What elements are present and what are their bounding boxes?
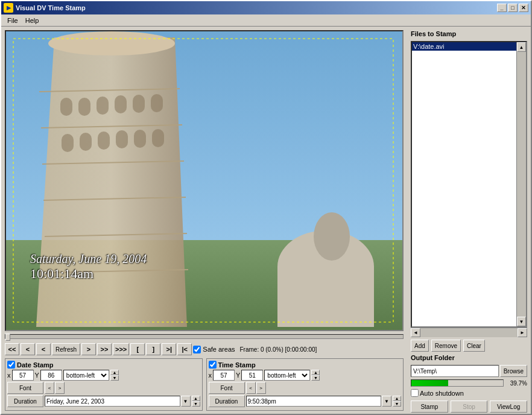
svg-point-23 (314, 212, 350, 261)
date-lr-buttons: < > (45, 382, 65, 394)
date-font-button[interactable]: Font (7, 382, 43, 394)
bottom-buttons-row: Stamp Stop ViewLog (411, 401, 527, 413)
time-x-label: x (209, 372, 212, 379)
svg-rect-16 (80, 133, 92, 151)
time-value-input[interactable] (246, 396, 382, 407)
time-dropdown-button[interactable]: ▼ (382, 396, 391, 407)
close-button[interactable]: ✕ (519, 4, 528, 12)
remove-button[interactable]: Remove (431, 340, 461, 352)
date-stamp-enable: Date Stamp (7, 361, 54, 369)
preview-area: Saturday, June 19, 2004 10:01:14am (5, 30, 404, 331)
time-position-select[interactable]: bottom-left bottom-right top-left top-ri… (264, 370, 310, 381)
time-duration-button[interactable]: Duration (209, 395, 245, 407)
date-right-button[interactable]: > (55, 382, 65, 394)
svg-marker-1 (36, 37, 187, 327)
list-item[interactable]: V:\date.avi (412, 42, 516, 51)
progress-row: 39.7% (411, 379, 527, 387)
timestamp-date: Saturday, June 19, 2004 (30, 252, 147, 266)
right-panel: Files to Stamp V:\date.avi ▲ ▼ ◄ (407, 27, 531, 415)
fast-forward-all-button[interactable]: >>> (113, 343, 129, 355)
date-stamp-panel: Date Stamp x Y bottom-left bottom-right … (5, 358, 203, 411)
svg-point-8 (48, 31, 175, 55)
time-spin-down[interactable]: ▼ (311, 375, 320, 381)
time-stamp-checkbox[interactable] (209, 361, 217, 369)
step-back-button[interactable]: < (36, 343, 51, 355)
files-panel-label: Files to Stamp (411, 30, 527, 37)
date-stamp-checkbox[interactable] (7, 361, 15, 369)
menu-file[interactable]: File (4, 16, 22, 25)
fast-forward-button[interactable]: >> (97, 343, 112, 355)
date-duration-button[interactable]: Duration (7, 395, 43, 407)
date-stamp-title: Date Stamp (17, 361, 54, 369)
date-duration-down[interactable]: ▼ (192, 401, 200, 407)
svg-rect-15 (62, 134, 74, 152)
date-value-input[interactable] (45, 396, 180, 407)
safe-areas-label: Safe areas (193, 346, 235, 353)
add-button[interactable]: Add (411, 340, 429, 352)
progress-fill (411, 380, 448, 386)
date-left-button[interactable]: < (45, 382, 54, 394)
time-y-label: Y (236, 372, 240, 379)
scroll-up-button[interactable]: ▲ (517, 42, 526, 52)
time-duration-down[interactable]: ▼ (393, 401, 401, 407)
goto-in-button[interactable]: |< (177, 343, 192, 355)
step-forward-button[interactable]: > (81, 343, 96, 355)
refresh-button[interactable]: Refresh (52, 343, 80, 355)
date-spin-down[interactable]: ▼ (110, 375, 119, 381)
menu-help[interactable]: Help (22, 16, 43, 25)
seek-thumb[interactable] (5, 334, 10, 341)
date-y-input[interactable] (40, 370, 62, 381)
scroll-down-button[interactable]: ▼ (517, 317, 526, 326)
app-icon: ▶ (4, 3, 13, 13)
vertical-scrollbar: ▲ ▼ (516, 42, 526, 326)
svg-rect-22 (277, 267, 374, 327)
scroll-track (517, 52, 526, 317)
goto-out-button[interactable]: >| (162, 343, 176, 355)
time-duration-up[interactable]: ▲ (393, 396, 401, 401)
rewind-all-button[interactable]: << (5, 343, 19, 355)
mark-out-button[interactable]: ] (146, 343, 160, 355)
files-list: V:\date.avi (412, 42, 516, 326)
time-y-input[interactable] (241, 370, 263, 381)
horizontal-scrollbar: ◄ ► (411, 328, 527, 337)
time-left-button[interactable]: < (246, 382, 256, 394)
output-folder-label: Output Folder (411, 354, 527, 361)
date-duration-up[interactable]: ▲ (192, 396, 200, 401)
date-font-row: Font < > (7, 382, 200, 394)
time-spin-up[interactable]: ▲ (311, 370, 320, 375)
viewlog-button[interactable]: ViewLog (490, 401, 527, 413)
scroll-right-button[interactable]: ► (518, 328, 527, 337)
left-panel: Saturday, June 19, 2004 10:01:14am << < … (1, 27, 407, 415)
prev-button[interactable]: < (21, 343, 35, 355)
scroll-left-button[interactable]: ◄ (411, 328, 420, 337)
date-position-select[interactable]: bottom-left bottom-right top-left top-ri… (63, 370, 109, 381)
auto-shutdown-checkbox[interactable] (411, 389, 419, 397)
timestamp-time: 10:01:14am (30, 266, 147, 282)
svg-rect-17 (98, 131, 110, 150)
stamp-button[interactable]: Stamp (411, 401, 448, 413)
safe-areas-text: Safe areas (203, 346, 235, 353)
svg-rect-10 (78, 98, 90, 116)
time-right-button[interactable]: > (256, 382, 266, 394)
stop-button[interactable]: Stop (451, 401, 488, 413)
safe-areas-checkbox[interactable] (193, 346, 201, 353)
maximize-button[interactable]: □ (508, 4, 518, 12)
time-position-row: x Y bottom-left bottom-right top-left to… (209, 370, 402, 381)
mark-in-button[interactable]: [ (130, 343, 145, 355)
seek-track[interactable] (5, 334, 404, 339)
date-x-input[interactable] (12, 370, 34, 381)
date-spin-up[interactable]: ▲ (110, 370, 119, 375)
browse-button[interactable]: Browse (500, 365, 527, 377)
window-title: Visual DV Time Stamp (16, 4, 86, 11)
minimize-button[interactable]: _ (497, 4, 507, 12)
clear-button[interactable]: Clear (463, 340, 485, 352)
date-dropdown-button[interactable]: ▼ (181, 396, 191, 407)
stamp-panels: Date Stamp x Y bottom-left bottom-right … (5, 356, 404, 413)
time-stamp-header: Time Stamp (209, 361, 402, 369)
time-stamp-enable: Time Stamp (209, 361, 256, 369)
time-lr-buttons: < > (246, 382, 266, 394)
date-y-label: Y (35, 372, 39, 379)
output-folder-input[interactable] (411, 365, 499, 377)
time-x-input[interactable] (213, 370, 235, 381)
time-font-button[interactable]: Font (209, 382, 245, 394)
